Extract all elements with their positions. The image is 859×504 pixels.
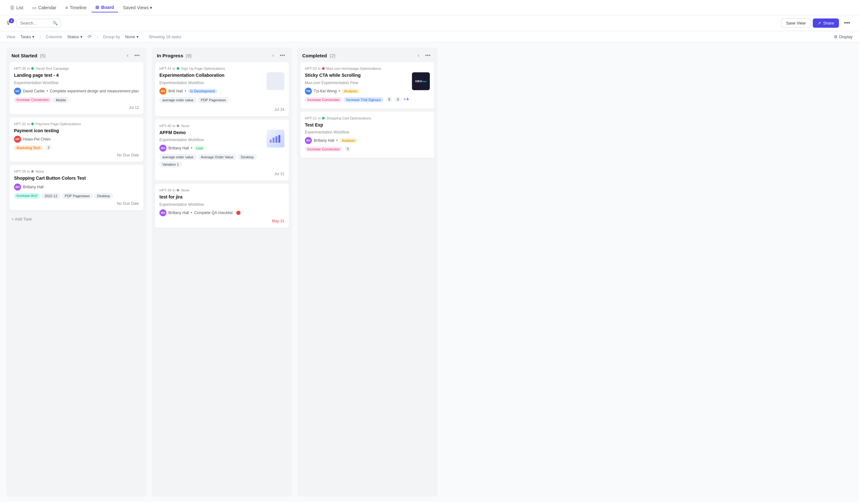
status-filter[interactable]: Status ▾ [67, 34, 82, 39]
tag-avg-order[interactable]: average order value [160, 97, 196, 103]
tag-increase-conv-11[interactable]: Increase Conversion [305, 146, 342, 152]
avatar-bh-11: BH [305, 137, 312, 144]
card-assignee-hpt-29: BH Brittany Hall [14, 184, 139, 190]
filter-sep-1: | [40, 34, 41, 39]
tags-hpt-40: average order value Average Order Value … [160, 154, 263, 167]
tasks-filter[interactable]: Tasks ▾ [20, 34, 34, 39]
count-8: 8 [387, 97, 392, 102]
cards-in-progress: HPT-41 in Sign Up Page Optimizations Exp… [152, 62, 292, 231]
column-more-in-progress[interactable]: ••• [278, 52, 287, 59]
tag-increase-trial[interactable]: Increase Trial Signups [344, 97, 383, 102]
card-assignee-hpt-40: BH Brittany Hall • Live [160, 145, 263, 152]
dot-red-33 [322, 67, 325, 70]
column-header-not-started: Not Started (5) ‹ ••• [6, 47, 147, 62]
card-hpt-33[interactable]: HPT-33 in Max.com Homepage Optimizations… [300, 62, 434, 109]
column-collapse-in-progress[interactable]: ‹ [270, 52, 276, 59]
column-header-completed: Completed (2) ‹ ••• [297, 47, 437, 62]
nav-item-calendar[interactable]: ▭ Calendar [28, 3, 60, 12]
column-completed: Completed (2) ‹ ••• HPT-33 in Max.com Ho… [297, 47, 437, 497]
tag-increase-conv-33[interactable]: Increase Conversion [305, 97, 342, 102]
status-badge-dev: In Development [188, 89, 217, 93]
tag-desktop[interactable]: Desktop [94, 193, 112, 199]
card-hpt-32[interactable]: HPT-32 in Payment Page Optimizations Pay… [10, 117, 144, 162]
card-meta: HPT-35 in David Test Campaign [14, 67, 139, 70]
search-input[interactable] [20, 21, 51, 26]
cards-completed: HPT-33 in Max.com Homepage Optimizations… [297, 62, 437, 161]
nav-item-board[interactable]: ⊞ Board [91, 3, 118, 12]
svg-rect-2 [275, 136, 277, 143]
sync-icon[interactable]: ⟳ [88, 34, 92, 40]
svg-rect-1 [273, 138, 274, 143]
column-title-completed: Completed (2) [302, 53, 335, 58]
column-collapse-completed[interactable]: ‹ [416, 52, 421, 59]
filter-sep-2: | [97, 34, 98, 39]
column-more-not-started[interactable]: ••• [132, 52, 141, 59]
more-options-button[interactable]: ••• [842, 18, 853, 28]
display-button[interactable]: ⚙ Display [834, 34, 853, 39]
card-assignee-hpt-11: BH Brittany Hall • Analysis [305, 137, 430, 144]
card-title-hpt-33: Sticky CTA while Scrolling [305, 72, 409, 79]
tags-hpt-11: Increase Conversion 5 [305, 146, 430, 152]
card-meta-39: HPT-39 in None [160, 188, 284, 192]
card-hpt-39[interactable]: HPT-39 in None test for jira Experimenta… [155, 184, 289, 228]
column-title-not-started: Not Started (5) [12, 53, 46, 58]
column-more-completed[interactable]: ••• [423, 52, 432, 59]
thumb-chart-41 [267, 72, 284, 90]
card-hpt-41[interactable]: HPT-41 in Sign Up Page Optimizations Exp… [155, 62, 289, 116]
add-task-not-started[interactable]: + Add Task [6, 214, 147, 225]
tags-hpt-35: Increase Conversion Mobile [14, 97, 139, 103]
tag-mobile[interactable]: Mobile [53, 97, 69, 103]
card-meta-33: HPT-33 in Max.com Homepage Optimizations [305, 67, 430, 70]
board: Not Started (5) ‹ ••• HPT-35 in David Te… [0, 42, 859, 502]
column-collapse-not-started[interactable]: ‹ [125, 52, 131, 59]
tag-pdp-pageviews[interactable]: PDP Pageviews [62, 193, 93, 199]
thumb-hbo: HBO max [412, 72, 430, 90]
tag-variation[interactable]: Variation 1 [160, 161, 182, 167]
search-box[interactable]: 🔍 [17, 19, 61, 27]
timeline-icon: ≡ [65, 5, 68, 10]
save-view-button[interactable]: Save View [781, 18, 810, 28]
card-meta-32: HPT-32 in Payment Page Optimizations [14, 122, 139, 126]
filter-badge-container: ⊽ 4 [6, 20, 13, 26]
dot-green-41 [177, 67, 179, 70]
card-workflow-41: Experimentation Workflow [160, 81, 263, 85]
view-label: View [6, 34, 15, 39]
status-chevron-icon: ▾ [80, 34, 82, 39]
avatar-bh-29: BH [14, 184, 21, 190]
list-icon: ☰ [10, 5, 14, 10]
tag-increase-conversion[interactable]: Increase Conversion [14, 97, 51, 103]
tag-desktop-40[interactable]: Desktop [238, 154, 256, 160]
tag-pdp[interactable]: PDP Pageviews [198, 97, 229, 103]
dot-gray-29 [31, 170, 34, 173]
share-button[interactable]: ↗ Share [813, 18, 839, 28]
group-by-none[interactable]: None ▾ [125, 34, 139, 39]
card-meta-40: HPT-40 in None [160, 124, 284, 128]
card-hpt-40[interactable]: HPT-40 in None APFM Demo Experimentation… [155, 120, 289, 181]
nav-item-list[interactable]: ☰ List [6, 3, 27, 12]
column-actions-in-progress: ‹ ••• [270, 52, 287, 59]
column-count-in-progress: (9) [186, 53, 192, 58]
card-hpt-11[interactable]: HPT-11 in Shopping Cart Optimizations Te… [300, 112, 434, 158]
dot-green-32 [31, 123, 34, 125]
card-hpt-35[interactable]: HPT-35 in David Test Campaign Landing pa… [10, 62, 144, 114]
card-footer-hpt-35: Jul 12 [14, 106, 139, 110]
nav-item-saved-views[interactable]: Saved Views ▾ [119, 3, 156, 12]
card-footer-hpt-29: No Due Date [14, 201, 139, 206]
tag-marketing-tech[interactable]: Marketing Tech [14, 145, 43, 151]
card-thumb-41 [267, 72, 284, 90]
card-hpt-29[interactable]: HPT-29 in None Shopping Cart Button Colo… [10, 165, 144, 210]
dot-gray-39 [177, 189, 179, 191]
tag-2022-12[interactable]: 2022-12 [42, 193, 60, 199]
card-title-hpt-32: Payment icon testing [14, 128, 139, 134]
dot-gray-40 [177, 125, 179, 127]
tag-increase-aov[interactable]: Increase AoV [14, 193, 40, 199]
card-title-hpt-39: test for jira [160, 194, 284, 200]
card-workflow-40: Experimentation Workflow [160, 138, 263, 142]
tag-avg-order-v2[interactable]: Average Order Value [198, 154, 236, 160]
group-by-label: Group by [103, 34, 120, 39]
column-in-progress: In Progress (9) ‹ ••• HPT-41 in Sign Up … [152, 47, 292, 497]
tag-avg-order-40[interactable]: average order value [160, 154, 196, 160]
nav-item-timeline[interactable]: ≡ Timeline [62, 3, 91, 12]
column-actions-not-started: ‹ ••• [125, 52, 141, 59]
dot-green-11 [322, 117, 325, 120]
